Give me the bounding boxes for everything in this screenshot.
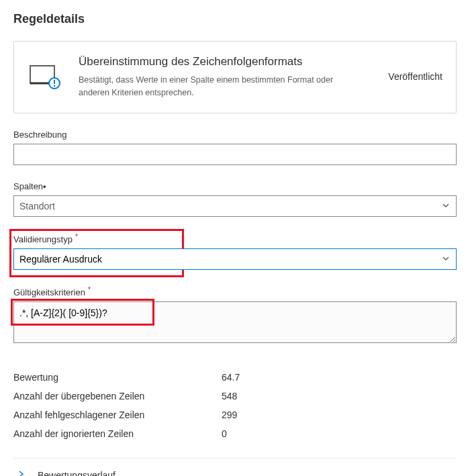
metric-label: Anzahl der ignorierten Zeilen [13, 428, 222, 439]
rule-type-icon [25, 65, 65, 89]
history-label: Bewertungsverlauf [38, 470, 115, 476]
history-row[interactable]: Bewertungsverlauf [13, 458, 457, 476]
columns-label: Spalten• [13, 181, 457, 191]
columns-field: Spalten• [13, 181, 457, 217]
criteria-field: Gültigkeitskriterien* .*, [A-Z]{2}( [0-9… [13, 286, 457, 345]
metric-row: Anzahl der ignorierten Zeilen 0 [13, 424, 457, 443]
validation-type-label: Validierungstyp* [13, 233, 457, 244]
metric-row: Anzahl fehlgeschlagener Zeilen 299 [13, 406, 457, 424]
metric-row: Anzahl der übergebenen Zeilen 548 [13, 387, 457, 406]
metric-label: Anzahl fehlgeschlagener Zeilen [13, 410, 222, 420]
metric-value: 64.7 [222, 372, 240, 383]
metric-label: Bewertung [13, 372, 222, 383]
criteria-input[interactable]: .*, [A-Z]{2}( [0-9]{5})? [13, 301, 457, 343]
metric-value: 548 [222, 391, 237, 401]
card-description: Bestätigt, dass Werte in einer Spalte ei… [79, 74, 361, 99]
card-title: Übereinstimmung des Zeichenfolgenformats [79, 55, 375, 68]
description-field: Beschreibung [13, 130, 457, 165]
validation-type-field: Validierungstyp* [13, 233, 457, 270]
page-title: Regeldetails [13, 12, 457, 26]
status-badge: Veröffentlicht [388, 71, 442, 82]
metric-label: Anzahl der übergebenen Zeilen [13, 391, 222, 401]
metric-row: Bewertung 64.7 [13, 368, 457, 387]
columns-value[interactable] [13, 195, 457, 217]
metric-value: 299 [222, 410, 237, 420]
validation-type-value[interactable] [13, 248, 457, 270]
metric-value: 0 [222, 428, 227, 439]
validation-type-select[interactable] [13, 248, 457, 270]
description-input[interactable] [13, 144, 457, 165]
metrics-section: Bewertung 64.7 Anzahl der übergebenen Ze… [13, 368, 457, 443]
svg-point-4 [54, 85, 55, 87]
chevron-right-icon [16, 469, 26, 476]
description-label: Beschreibung [13, 130, 457, 140]
columns-select[interactable] [13, 195, 457, 217]
criteria-label: Gültigkeitskriterien* [13, 286, 457, 297]
rule-summary-card: Übereinstimmung des Zeichenfolgenformats… [13, 41, 457, 113]
